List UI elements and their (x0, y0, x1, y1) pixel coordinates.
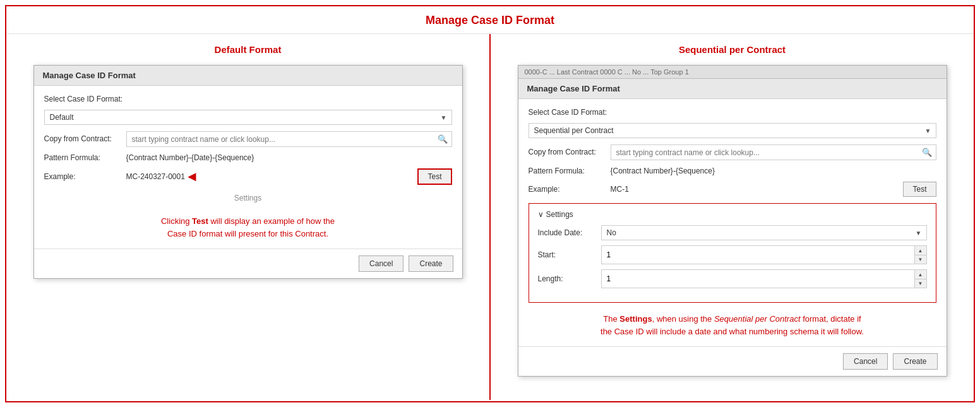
left-red-arrow-icon: ◄ (185, 168, 199, 185)
right-length-up-button[interactable]: ▲ (915, 270, 926, 279)
right-pattern-value: {Contract Number}-{Sequence} (611, 167, 936, 175)
right-copy-from-input[interactable] (611, 146, 918, 160)
left-modal: Manage Case ID Format Select Case ID For… (33, 65, 463, 279)
right-modal-topbar: 0000-C ... Last Contract 0000 C ... No .… (518, 66, 947, 79)
left-select-row: Select Case ID Format: (44, 95, 452, 103)
right-length-spinner: ▲ ▼ (601, 269, 927, 288)
page-title: Manage Case ID Format (6, 6, 974, 34)
left-copy-row: Copy from Contract: 🔍 (44, 131, 452, 147)
right-include-date-select-wrapper: No Yes ▼ (601, 225, 927, 240)
left-select-label: Select Case ID Format: (44, 95, 126, 103)
left-select-wrapper: Default Sequential per Contract ▼ (44, 110, 452, 125)
right-start-down-button[interactable]: ▼ (915, 255, 926, 264)
right-pattern-label: Pattern Formula: (529, 167, 611, 175)
right-modal: 0000-C ... Last Contract 0000 C ... No .… (518, 65, 947, 377)
right-include-date-control: No Yes ▼ (601, 225, 927, 240)
left-create-button[interactable]: Create (409, 255, 453, 272)
right-example-value: MC-1 (611, 185, 629, 194)
left-example-row: Example: MC-240327-0001 ◄ Test (44, 168, 452, 185)
right-include-date-select[interactable]: No Yes (601, 225, 927, 240)
right-example-label: Example: (529, 185, 611, 194)
left-pattern-value: {Contract Number}-{Date}-{Sequence} (126, 153, 452, 162)
right-annotation-settings-bold: Settings (619, 314, 652, 324)
right-modal-body: Select Case ID Format: Default Sequentia… (518, 99, 947, 346)
left-annotation-bold: Test (192, 216, 208, 226)
right-settings-label: Settings (546, 210, 573, 219)
left-modal-header: Manage Case ID Format (34, 66, 462, 86)
right-copy-row: Copy from Contract: 🔍 (529, 144, 936, 160)
right-select-wrapper: Default Sequential per Contract ▼ (529, 123, 936, 138)
left-pattern-label: Pattern Formula: (44, 153, 126, 162)
right-start-input[interactable] (602, 246, 914, 264)
right-length-label: Length: (538, 274, 601, 283)
left-copy-from-input[interactable] (127, 132, 434, 146)
right-settings-chevron-icon: ∨ (538, 210, 544, 219)
left-copy-input-wrapper: 🔍 (126, 131, 452, 147)
outer-border: Manage Case ID Format Default Format Man… (5, 5, 975, 402)
right-length-input[interactable] (602, 270, 914, 288)
left-pattern-row: Pattern Formula: {Contract Number}-{Date… (44, 153, 452, 162)
right-example-row: Example: MC-1 Test (529, 182, 936, 197)
left-test-button[interactable]: Test (417, 168, 451, 185)
right-start-label: Start: (538, 250, 601, 259)
right-settings-header: ∨ Settings (538, 210, 927, 219)
right-select-row: Select Case ID Format: (529, 108, 936, 117)
right-create-button[interactable]: Create (893, 353, 937, 370)
right-length-control: ▲ ▼ (601, 269, 927, 288)
right-length-row: Length: ▲ ▼ (538, 269, 927, 288)
left-copy-label: Copy from Contract: (44, 134, 126, 144)
left-example-value: MC-240327-0001 (126, 172, 185, 181)
right-copy-search-button[interactable]: 🔍 (918, 145, 936, 160)
right-length-spinner-buttons: ▲ ▼ (914, 270, 926, 288)
left-case-id-format-select[interactable]: Default Sequential per Contract (44, 110, 452, 125)
right-start-spinner: ▲ ▼ (601, 245, 927, 264)
right-include-date-label: Include Date: (538, 228, 601, 237)
right-start-up-button[interactable]: ▲ (915, 246, 926, 255)
right-annotation: The Settings, when using the Sequential … (529, 313, 936, 337)
right-settings-section: ∨ Settings Include Date: No Yes (529, 203, 936, 303)
right-column: Sequential per Contract 0000-C ... Last … (491, 34, 974, 400)
right-test-button[interactable]: Test (903, 182, 936, 197)
right-modal-header: Manage Case ID Format (518, 79, 947, 99)
left-column-title: Default Format (19, 44, 477, 55)
right-case-id-format-select[interactable]: Default Sequential per Contract (529, 123, 936, 138)
right-start-control: ▲ ▼ (601, 245, 927, 264)
right-annotation-format-italic: Sequential per Contract (714, 314, 801, 324)
left-annotation: Clicking Test will display an example of… (44, 215, 452, 240)
right-copy-input-wrapper: 🔍 (611, 144, 936, 160)
right-include-date-row: Include Date: No Yes ▼ (538, 225, 927, 240)
left-example-label: Example: (44, 172, 126, 181)
columns-row: Default Format Manage Case ID Format Sel… (6, 34, 974, 400)
left-settings-label: Settings (44, 191, 452, 205)
right-column-title: Sequential per Contract (503, 44, 961, 55)
right-copy-label: Copy from Contract: (529, 148, 611, 158)
left-select-control-row: Default Sequential per Contract ▼ (44, 110, 452, 125)
right-start-row: Start: ▲ ▼ (538, 245, 927, 264)
left-modal-body: Select Case ID Format: Default Sequentia… (34, 86, 462, 249)
left-cancel-button[interactable]: Cancel (359, 255, 403, 272)
right-length-down-button[interactable]: ▼ (915, 279, 926, 288)
right-select-control-row: Default Sequential per Contract ▼ (529, 123, 936, 138)
left-modal-footer: Cancel Create (34, 249, 462, 278)
left-column: Default Format Manage Case ID Format Sel… (6, 34, 491, 400)
right-start-spinner-buttons: ▲ ▼ (914, 246, 926, 264)
right-pattern-row: Pattern Formula: {Contract Number}-{Sequ… (529, 167, 936, 175)
right-select-label: Select Case ID Format: (529, 108, 611, 117)
right-cancel-button[interactable]: Cancel (843, 353, 888, 370)
left-copy-search-button[interactable]: 🔍 (434, 132, 451, 146)
right-modal-footer: Cancel Create (518, 346, 947, 376)
